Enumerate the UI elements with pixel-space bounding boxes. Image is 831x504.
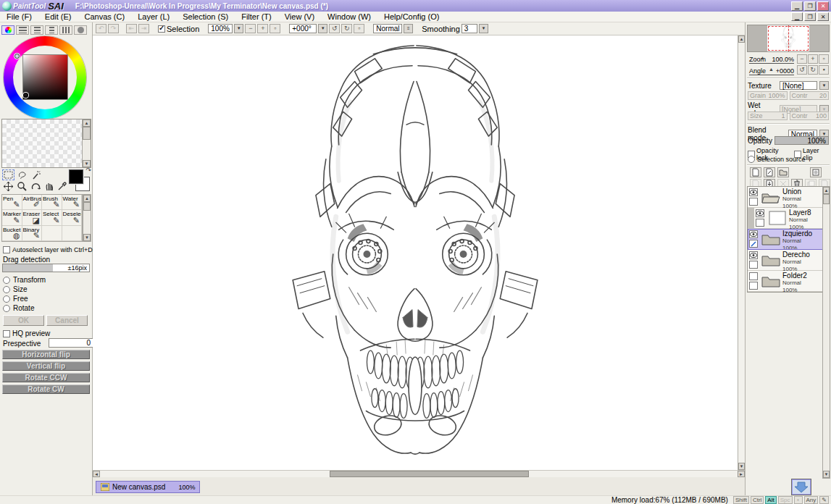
- hide-panels-button[interactable]: [791, 479, 811, 495]
- canvas-vertical-scrollbar[interactable]: ▲ ▼: [738, 35, 745, 470]
- hq-preview-checkbox[interactable]: [3, 330, 10, 337]
- paint-target-toggle[interactable]: [749, 261, 758, 269]
- new-folder-icon[interactable]: [777, 167, 789, 177]
- menu-help-config[interactable]: Help/Config (O): [377, 12, 446, 21]
- child-restore-button[interactable]: ❐: [804, 12, 816, 21]
- layer-mask-icon[interactable]: [810, 167, 822, 177]
- scrollbar-thumb[interactable]: [823, 194, 830, 204]
- horizontal-flip-button[interactable]: Horizontal flip: [2, 350, 90, 359]
- tool-select[interactable]: Select✎: [42, 210, 62, 225]
- scroll-down-icon[interactable]: ▼: [83, 234, 91, 241]
- document-tab[interactable]: New canvas.psd 100%: [96, 481, 200, 493]
- scroll-up-icon[interactable]: ▲: [83, 119, 91, 127]
- tool-grid-scrollbar[interactable]: ▲ ▼: [83, 194, 91, 242]
- tool-airbrush[interactable]: AirBrush✐: [22, 195, 43, 210]
- hq-preview-option[interactable]: HQ preview: [3, 329, 50, 337]
- color-wheel[interactable]: [4, 36, 86, 119]
- rotate-radio-row[interactable]: Rotate: [3, 304, 34, 312]
- scrollbar-thumb[interactable]: [83, 202, 91, 211]
- size-radio-row[interactable]: Size: [3, 285, 27, 293]
- visibility-toggle[interactable]: [749, 272, 758, 280]
- paint-target-toggle[interactable]: [749, 198, 758, 206]
- transform-radio[interactable]: [3, 277, 10, 284]
- navigator[interactable]: [747, 25, 830, 52]
- hsv-slider-tab-icon[interactable]: [30, 25, 43, 35]
- nav-zoom-slider[interactable]: Zoom 100.0%: [749, 54, 794, 64]
- selection-prev-icon[interactable]: ⇤: [126, 24, 137, 33]
- angle-field[interactable]: +000°: [289, 24, 317, 33]
- layer-row-izquierdo[interactable]: Izquierdo Normal 100%: [748, 229, 824, 250]
- free-radio[interactable]: [3, 295, 10, 303]
- color-mixer-tab-icon[interactable]: [45, 25, 58, 35]
- restore-button[interactable]: ❐: [804, 1, 816, 11]
- transform-radio-row[interactable]: Transform: [3, 276, 46, 284]
- zoom-slider-marker[interactable]: ▲: [760, 55, 765, 60]
- navigator-thumbnail[interactable]: [767, 25, 809, 51]
- paint-target-toggle[interactable]: [749, 240, 758, 248]
- scrollbar-thumb[interactable]: [330, 471, 529, 477]
- redo-icon[interactable]: ↷: [108, 24, 119, 33]
- selection-next-icon[interactable]: ⇥: [138, 24, 149, 33]
- tool-deselect[interactable]: Deselect✎: [62, 210, 83, 225]
- paint-target-toggle[interactable]: [749, 282, 758, 290]
- zoom-out-icon[interactable]: −: [245, 24, 256, 33]
- paint-target-toggle[interactable]: [756, 219, 764, 227]
- texture-select[interactable]: [None]: [780, 81, 817, 90]
- visibility-toggle[interactable]: [749, 188, 758, 196]
- layers-scrollbar[interactable]: ▲ ▼: [822, 186, 830, 479]
- rotate-cw-icon[interactable]: ↻: [341, 24, 352, 33]
- new-layer-icon[interactable]: [750, 167, 761, 177]
- undo-icon[interactable]: ↶: [96, 24, 107, 33]
- menu-file[interactable]: File (F): [0, 12, 38, 21]
- smoothing-field[interactable]: 3: [462, 24, 477, 33]
- scratchpad-scrollbar[interactable]: ▲ ▼: [82, 119, 91, 167]
- perspective-input[interactable]: 0: [49, 338, 93, 348]
- zoom-dropdown-icon[interactable]: ▼: [234, 24, 243, 33]
- menu-filter[interactable]: Filter (T): [235, 12, 278, 21]
- scroll-down-icon[interactable]: ▼: [823, 471, 830, 478]
- scratchpad-tab-icon[interactable]: [74, 25, 87, 35]
- tool-bucket[interactable]: Bucket◍: [2, 226, 22, 241]
- layer-row-derecho[interactable]: Derecho Normal 100%: [748, 250, 824, 271]
- child-minimize-button[interactable]: ▁: [791, 12, 803, 21]
- layer-row-folder2[interactable]: Folder2 Normal 100%: [748, 271, 824, 292]
- scroll-up-icon[interactable]: ▲: [823, 187, 830, 194]
- drag-detection-slider[interactable]: ±16pix: [2, 264, 90, 272]
- hand-tool-icon[interactable]: [43, 181, 56, 192]
- angle-dropdown-icon[interactable]: ▼: [318, 24, 327, 33]
- visibility-toggle[interactable]: [749, 230, 758, 238]
- menu-view[interactable]: View (V): [278, 12, 321, 21]
- cancel-button[interactable]: Cancel: [46, 315, 88, 326]
- foreground-color-swatch[interactable]: [69, 169, 83, 184]
- angle-slider-marker[interactable]: ▲: [769, 67, 774, 72]
- menu-layer[interactable]: Layer (L): [131, 12, 176, 21]
- magic-wand-tool-icon[interactable]: [30, 169, 42, 180]
- rgb-slider-tab-icon[interactable]: [16, 25, 29, 35]
- eyedropper-tool-icon[interactable]: [56, 181, 68, 192]
- color-cursor[interactable]: [23, 93, 28, 98]
- minimize-button[interactable]: ▁: [791, 1, 803, 11]
- menu-canvas[interactable]: Canvas (C): [78, 12, 132, 21]
- nav-angle-reset-icon[interactable]: ▪: [819, 65, 829, 75]
- scroll-down-icon[interactable]: ▼: [738, 463, 745, 470]
- paint-mode-icon[interactable]: ≡: [404, 24, 413, 33]
- saturation-value-square[interactable]: [22, 54, 68, 100]
- tool-marker[interactable]: Marker✎: [2, 210, 22, 225]
- rotate-radio[interactable]: [3, 305, 10, 312]
- scroll-left-icon[interactable]: ◄: [93, 471, 100, 477]
- zoom-reset-icon[interactable]: ▫: [270, 24, 280, 33]
- new-lineart-layer-icon[interactable]: [764, 167, 775, 177]
- scroll-right-icon[interactable]: ►: [738, 471, 745, 477]
- zoom-field[interactable]: 100%: [208, 24, 233, 33]
- vertical-flip-button[interactable]: Vertical flip: [2, 361, 90, 371]
- lasso-tool-icon[interactable]: [16, 169, 28, 180]
- nav-rotate-ccw-icon[interactable]: ↺: [797, 65, 807, 75]
- tool-water[interactable]: Water✎: [62, 195, 83, 210]
- opacity-slider[interactable]: 100%: [774, 136, 829, 145]
- selection-toggle[interactable]: Selection: [158, 25, 199, 33]
- zoom-tool-icon[interactable]: [16, 181, 28, 192]
- free-radio-row[interactable]: Free: [3, 295, 28, 303]
- layer-row-union[interactable]: Union Normal 100%: [748, 187, 824, 208]
- rotate-ccw-icon[interactable]: ↺: [329, 24, 340, 33]
- autoselect-checkbox[interactable]: [3, 246, 10, 253]
